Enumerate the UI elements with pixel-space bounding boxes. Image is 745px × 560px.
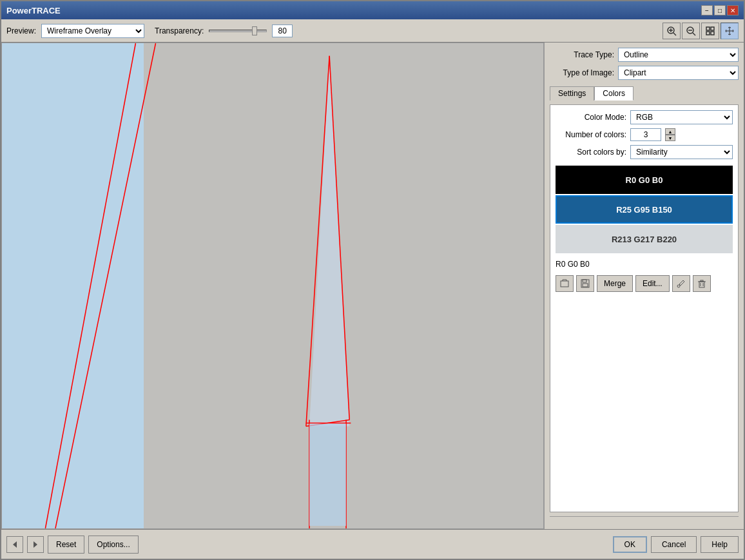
edit-button[interactable]: Edit... (635, 275, 670, 292)
wireframe-overlay (2, 43, 543, 528)
color-item-black[interactable]: R0 G0 B0 (556, 166, 733, 194)
main-window: PowerTRACE − □ ✕ Preview: Wireframe Over… (0, 0, 745, 560)
spin-down[interactable]: ▼ (665, 135, 675, 141)
type-of-image-label: Type of Image: (550, 68, 614, 77)
delete-button[interactable] (693, 275, 711, 292)
help-button[interactable]: Help (701, 536, 739, 553)
title-bar-buttons: − □ ✕ (701, 5, 739, 15)
svg-rect-10 (711, 32, 714, 35)
preview-area[interactable] (1, 43, 544, 529)
color-mode-select[interactable]: RGB CMYK Grayscale (630, 110, 733, 124)
svg-line-12 (55, 43, 156, 528)
color-list: R0 G0 B0 R25 G95 B150 R213 G217 B220 (556, 166, 733, 253)
color-item-blue[interactable]: R25 G95 B150 (556, 195, 733, 224)
num-colors-row: Number of colors: ▲ ▼ (556, 128, 733, 141)
zoom-out-button[interactable] (682, 23, 700, 39)
title-bar: PowerTRACE − □ ✕ (1, 1, 744, 19)
right-panel: Trace Type: Outline Centerline Type of I… (544, 43, 744, 529)
svg-rect-28 (701, 280, 703, 282)
type-of-image-select[interactable]: Clipart Logo Detailed Logo High Quality … (618, 66, 739, 80)
trace-type-label: Trace Type: (550, 50, 614, 59)
color-mode-row: Color Mode: RGB CMYK Grayscale (556, 110, 733, 124)
forward-button[interactable] (27, 536, 44, 553)
transparency-value-input[interactable]: 80 (272, 24, 293, 37)
pan-button[interactable] (721, 23, 739, 39)
tab-colors[interactable]: Colors (594, 86, 634, 101)
toolbar-icons (663, 23, 739, 39)
options-button[interactable]: Options... (88, 536, 138, 554)
svg-rect-26 (699, 282, 704, 287)
svg-rect-24 (583, 284, 588, 287)
zoom-in-button[interactable] (663, 23, 681, 39)
merge-button[interactable]: Merge (597, 275, 633, 292)
sort-colors-label: Sort colors by: (556, 148, 626, 157)
svg-rect-8 (711, 27, 714, 30)
open-palette-button[interactable] (556, 275, 574, 292)
spin-up[interactable]: ▲ (665, 128, 675, 135)
ok-button[interactable]: OK (613, 536, 647, 553)
sort-colors-select[interactable]: Similarity Frequency (630, 145, 733, 159)
selected-color-label: R0 G0 B0 (556, 257, 733, 270)
save-palette-button[interactable] (576, 275, 594, 292)
transparency-label: Transparency: (155, 26, 204, 35)
num-colors-spinner: ▲ ▼ (665, 128, 675, 141)
trace-type-row: Trace Type: Outline Centerline (550, 48, 739, 62)
trace-type-select[interactable]: Outline Centerline (618, 48, 739, 62)
cancel-button[interactable]: Cancel (651, 536, 697, 553)
maximize-button[interactable]: □ (714, 5, 726, 15)
reset-button[interactable]: Reset (48, 536, 84, 554)
svg-marker-32 (34, 541, 37, 548)
svg-marker-13 (309, 56, 349, 427)
num-colors-label: Number of colors: (556, 130, 626, 139)
preview-canvas (2, 43, 543, 528)
horizontal-scrollbar[interactable] (550, 516, 739, 524)
type-of-image-row: Type of Image: Clipart Logo Detailed Log… (550, 66, 739, 80)
preview-label: Preview: (6, 26, 36, 35)
window-title: PowerTRACE (6, 6, 61, 15)
color-item-lightgray[interactable]: R213 G217 B220 (556, 225, 733, 253)
color-actions: Merge Edit... (556, 275, 733, 292)
svg-line-1 (673, 33, 676, 35)
svg-point-25 (677, 285, 680, 287)
close-button[interactable]: ✕ (727, 5, 739, 15)
svg-rect-9 (706, 32, 710, 35)
main-content: Trace Type: Outline Centerline Type of I… (1, 43, 744, 529)
tabs: Settings Colors (550, 86, 739, 101)
transparency-slider[interactable] (209, 30, 267, 32)
color-label-blue: R25 G95 B150 (616, 205, 672, 215)
svg-marker-31 (13, 541, 17, 548)
color-mode-label: Color Mode: (556, 113, 626, 122)
color-label-black: R0 G0 B0 (626, 175, 663, 185)
color-label-lightgray: R213 G217 B220 (612, 235, 677, 244)
eyedropper-button[interactable] (672, 275, 690, 292)
svg-rect-23 (583, 280, 586, 282)
tab-content-colors: Color Mode: RGB CMYK Grayscale Number of… (550, 104, 739, 512)
minimize-button[interactable]: − (701, 5, 713, 15)
preview-select[interactable]: Wireframe Overlay Before and After After… (41, 24, 144, 38)
toolbar: Preview: Wireframe Overlay Before and Af… (1, 19, 744, 43)
num-colors-input[interactable] (630, 128, 661, 141)
svg-rect-7 (706, 27, 710, 30)
svg-line-5 (693, 33, 695, 35)
bottom-toolbar: Reset Options... OK Cancel Help (1, 529, 744, 559)
tab-settings[interactable]: Settings (550, 86, 594, 101)
svg-rect-21 (561, 281, 568, 287)
fit-button[interactable] (701, 23, 719, 39)
svg-rect-20 (309, 424, 346, 526)
svg-line-11 (45, 43, 135, 528)
bottom-right-buttons: OK Cancel Help (613, 536, 739, 553)
back-button[interactable] (6, 536, 23, 553)
sort-colors-row: Sort colors by: Similarity Frequency (556, 145, 733, 159)
